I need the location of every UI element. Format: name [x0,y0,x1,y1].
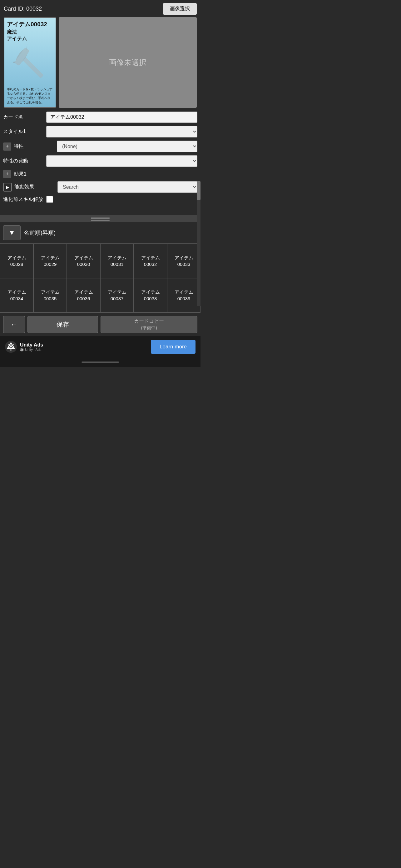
no-image-area: 画像未選択 [59,17,197,108]
trait-label: 特性 [14,143,54,150]
pickaxe-icon [13,44,47,85]
card-preview: アイテム00032 魔法 アイテム [4,17,56,108]
save-button[interactable]: 保存 [28,316,98,333]
effect1-row: + 効果1 [3,170,197,178]
grid-cell-9[interactable]: アイテム 00037 [100,278,134,312]
effect1-add-button[interactable]: + [3,170,11,178]
grid-cell-0[interactable]: アイテム 00028 [0,244,33,278]
drag-lines-icon [91,217,110,221]
active-effect-label: 能動効果 [14,184,55,190]
active-effect-select[interactable]: Search [58,181,197,193]
trait-row: + 特性 (None) [3,141,197,152]
unity-small-icon [20,348,24,351]
grid-cell-text-10: アイテム 00038 [141,289,160,302]
learn-more-button[interactable]: Learn more [151,340,196,354]
style1-row: スタイル1 [3,126,197,137]
trait-trigger-select[interactable] [46,155,197,167]
card-image-area [7,43,53,86]
card-preview-type2: アイテム [7,36,53,42]
grid-cell-1[interactable]: アイテム 00029 [33,244,67,278]
card-grid: アイテム 00028アイテム 00029アイテム 00030アイテム 00031… [0,243,201,312]
grid-cell-2[interactable]: アイテム 00030 [67,244,100,278]
unity-logo-icon [5,341,17,353]
home-indicator [0,358,201,367]
home-bar [81,362,119,363]
grid-cell-text-11: アイテム 00039 [175,289,193,302]
sort-arrow-icon: ▼ [8,229,15,237]
grid-cell-8[interactable]: アイテム 00036 [67,278,100,312]
pre-evo-checkbox[interactable] [46,196,53,203]
bottom-bar: ← 保存 カードコピー(準備中) [0,312,201,336]
grid-cell-text-5: アイテム 00033 [175,254,193,268]
image-select-button[interactable]: 画像選択 [163,3,197,15]
card-id-label: Card ID: 00032 [4,6,42,12]
top-section: Card ID: 00032 画像選択 アイテム00032 魔法 アイテム [0,0,201,108]
grid-cell-7[interactable]: アイテム 00035 [33,278,67,312]
grid-cell-text-0: アイテム 00028 [7,254,26,268]
pre-evo-row: 進化前スキル解放 [3,196,197,203]
card-preview-title: アイテム00032 [7,20,53,28]
grid-cell-text-6: アイテム 00034 [7,289,26,302]
sort-label: 名前順(昇順) [24,229,56,237]
grid-cell-text-8: アイテム 00036 [74,289,93,302]
drag-divider[interactable] [0,215,201,222]
style1-label: スタイル1 [3,128,44,135]
ad-left: Unity Ads Unity · Ads [5,341,43,353]
effect1-label: 効果1 [14,171,54,178]
grid-cell-text-3: アイテム 00031 [108,254,127,268]
pre-evo-label: 進化前スキル解放 [3,196,44,203]
grid-cell-text-1: アイテム 00029 [41,254,60,268]
back-button[interactable]: ← [3,316,25,333]
ad-banner: Unity Ads Unity · Ads Learn more [0,336,201,358]
ad-brand-text: Unity Ads Unity · Ads [20,342,43,351]
grid-cell-text-4: アイテム 00032 [141,254,160,268]
trait-trigger-row: 特性の発動 [3,155,197,167]
form-section: カード名 スタイル1 + 特性 (None) 特性の発動 + [0,108,201,203]
grid-cell-text-9: アイテム 00037 [108,289,127,302]
active-effect-row: ▶ 能動効果 Search [3,181,197,193]
grid-cell-text-2: アイテム 00030 [74,254,93,268]
card-name-label: カード名 [3,114,44,121]
scrollbar-thumb[interactable] [197,181,201,200]
grid-cell-11[interactable]: アイテム 00039 [167,278,201,312]
grid-cell-4[interactable]: アイテム 00032 [134,244,167,278]
trait-trigger-label: 特性の発動 [3,158,44,164]
trait-add-button[interactable]: + [3,143,11,151]
scrollbar-track [197,181,201,306]
card-id-row: Card ID: 00032 画像選択 [4,3,197,15]
sort-direction-button[interactable]: ▼ [3,225,21,240]
card-name-input[interactable] [46,112,197,123]
grid-cell-text-7: アイテム 00035 [41,289,60,302]
unity-sub-label: Unity · Ads [20,348,43,351]
sort-row: ▼ 名前順(昇順) [0,222,201,243]
grid-cell-6[interactable]: アイテム 00034 [0,278,33,312]
card-description: 手札のカードを2枚トラッシュするなら使える。山札のモンスターから１枚まで選び、手… [7,87,53,105]
copy-button[interactable]: カードコピー(準備中) [101,316,197,333]
trait-select[interactable]: (None) [57,141,197,152]
active-effect-play-button[interactable]: ▶ [3,183,12,191]
card-preview-type1: 魔法 [7,29,53,36]
card-preview-row: アイテム00032 魔法 アイテム [4,17,197,108]
grid-cell-10[interactable]: アイテム 00038 [134,278,167,312]
unity-ads-label: Unity Ads [20,342,43,348]
card-name-row: カード名 [3,112,197,123]
style1-select[interactable] [46,126,197,137]
grid-cell-5[interactable]: アイテム 00033 [167,244,201,278]
no-image-text: 画像未選択 [109,58,146,67]
grid-cell-3[interactable]: アイテム 00031 [100,244,134,278]
